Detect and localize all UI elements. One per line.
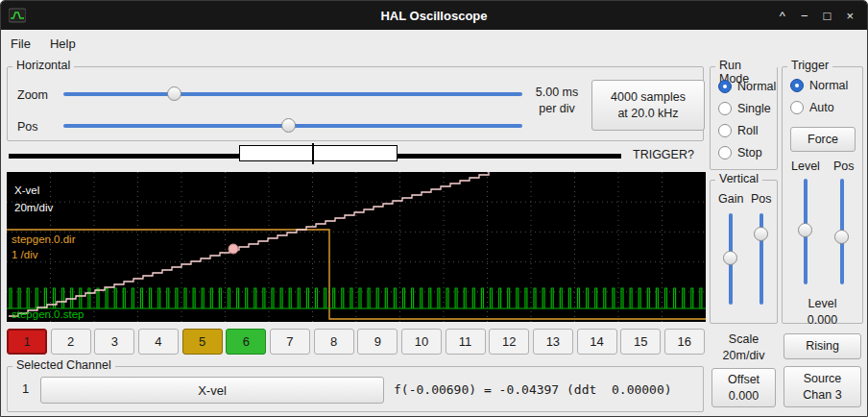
zoom-slider-track[interactable]	[63, 92, 522, 96]
trigger-level-slider-knob[interactable]	[798, 223, 812, 237]
timebase-readout: 5.00 ms per div	[526, 85, 588, 117]
force-button[interactable]: Force	[790, 127, 856, 152]
zoom-slider[interactable]	[63, 86, 522, 102]
channel-8-button[interactable]: 8	[314, 329, 354, 355]
run-mode-stop-radio[interactable]: Stop	[718, 146, 762, 159]
channel-10-button[interactable]: 10	[401, 329, 442, 355]
channel-4-button[interactable]: 4	[138, 329, 179, 355]
horizontal-group: Horizontal Zoom Pos 5.00 ms per div 4000…	[7, 66, 704, 141]
trigger-level-label: Level	[791, 159, 820, 173]
timebase-unit: per div	[526, 101, 588, 117]
selected-channel-number: 1	[22, 381, 29, 396]
radio-label: Stop	[737, 146, 762, 159]
channel-11-button[interactable]: 11	[446, 329, 486, 355]
window-title: HAL Oscilloscope	[1, 9, 867, 23]
radio-icon	[718, 80, 732, 93]
gain-slider[interactable]	[723, 213, 738, 305]
radio-label: Single	[737, 102, 771, 115]
radio-label: Normal	[809, 79, 848, 92]
run-mode-roll-radio[interactable]: Roll	[718, 124, 759, 137]
channel-12-button[interactable]: 12	[489, 329, 529, 355]
trigger-pos-slider[interactable]	[834, 179, 850, 284]
app-icon	[9, 8, 26, 23]
run-mode-single-radio[interactable]: Single	[718, 102, 771, 115]
horizontal-group-label: Horizontal	[12, 59, 74, 72]
channel-15-button[interactable]: 15	[620, 329, 661, 355]
horizontal-pos-slider[interactable]	[63, 118, 522, 134]
trigger-status-label: TRIGGER?	[633, 148, 694, 161]
scale-value: 20m/div	[710, 348, 778, 364]
trigger-position-tick	[312, 143, 314, 164]
view-window-box[interactable]	[239, 145, 398, 161]
channel-13-button[interactable]: 13	[533, 329, 573, 355]
offset-value: 0.000	[729, 388, 759, 405]
channel1-name-label: X-vel	[14, 184, 39, 197]
pos-label: Pos	[17, 120, 38, 134]
radio-label: Normal	[737, 80, 776, 93]
trigger-edge-button[interactable]: Rising	[784, 333, 861, 359]
trigger-level-slider[interactable]	[798, 179, 813, 284]
channel-button-row: 1 2 3 4 5 6 7 8 9 10 11 12 13 14 15 16	[7, 329, 705, 355]
vertical-pos-slider-knob[interactable]	[754, 227, 768, 241]
channel-16-button[interactable]: 16	[664, 329, 705, 355]
trigger-group-label: Trigger	[787, 59, 832, 72]
vertical-pos-slider[interactable]	[754, 213, 769, 305]
offset-button[interactable]: Offset 0.000	[711, 368, 776, 407]
radio-icon	[718, 146, 732, 159]
shade-icon[interactable]: ^	[780, 10, 785, 22]
radio-icon	[718, 102, 732, 115]
menu-help[interactable]: Help	[40, 33, 85, 55]
timebase-value: 5.00 ms	[526, 85, 588, 101]
trigger-pos-slider-knob[interactable]	[834, 230, 849, 244]
radio-icon	[718, 124, 732, 137]
vertical-group: Vertical Gain Pos	[710, 180, 778, 324]
channel-6-button[interactable]: 6	[226, 329, 266, 355]
minimize-icon[interactable]: −	[801, 10, 808, 22]
maximize-icon[interactable]: □	[824, 10, 832, 22]
waveform-canvas	[7, 172, 706, 322]
record-bar: TRIGGER?	[7, 143, 704, 170]
trigger-source-label: Source	[804, 371, 842, 387]
selected-channel-group: Selected Channel 1 X-vel f(-0.00690) = -…	[7, 366, 704, 412]
trigger-edge-label: Rising	[806, 338, 839, 355]
hal-oscilloscope-window: HAL Oscilloscope ^ − □ × File Help Horiz…	[0, 0, 868, 417]
channel-source-button[interactable]: X-vel	[40, 377, 384, 404]
trigger-source-button[interactable]: Source Chan 3	[784, 366, 861, 407]
samples-button[interactable]: 4000 samples at 20.0 kHz	[591, 80, 705, 131]
channel-9-button[interactable]: 9	[357, 329, 398, 355]
menu-file[interactable]: File	[1, 33, 40, 55]
channel-7-button[interactable]: 7	[270, 329, 310, 355]
radio-icon	[790, 79, 804, 92]
trigger-source-value: Chan 3	[803, 387, 841, 404]
zoom-slider-knob[interactable]	[167, 86, 181, 101]
run-mode-group: Run Mode Normal Single Roll Stop	[710, 66, 778, 170]
selected-channel-group-label: Selected Channel	[12, 358, 115, 372]
channel-14-button[interactable]: 14	[577, 329, 617, 355]
channel-value-readout: f(-0.00690) = -0.04397 (ddt 0.00000)	[394, 382, 672, 397]
run-mode-normal-radio[interactable]: Normal	[718, 80, 776, 93]
trigger-level-readout: Level 0.000	[783, 296, 862, 329]
gain-slider-knob[interactable]	[723, 251, 737, 265]
horizontal-pos-slider-knob[interactable]	[281, 118, 296, 133]
channel-1-button[interactable]: 1	[7, 329, 47, 355]
samples-line2: at 20.0 kHz	[617, 106, 678, 122]
radio-icon	[790, 101, 804, 114]
trigger-pos-label: Pos	[833, 159, 855, 173]
trigger-group: Trigger Normal Auto Force Level Pos Leve…	[782, 66, 863, 324]
offset-label: Offset	[728, 372, 760, 388]
force-label: Force	[808, 132, 838, 148]
scope-display: X-vel 20m/div stepgen.0.dir 1 /div stepg…	[7, 172, 706, 322]
gain-label: Gain	[718, 192, 743, 206]
window-controls: ^ − □ ×	[780, 10, 854, 22]
close-icon[interactable]: ×	[846, 10, 854, 22]
channel-3-button[interactable]: 3	[94, 329, 134, 355]
channel-5-button[interactable]: 5	[182, 329, 223, 355]
channel-2-button[interactable]: 2	[51, 329, 91, 355]
trigger-level-value: 0.000	[783, 312, 862, 329]
trigger-auto-radio[interactable]: Auto	[790, 101, 834, 114]
samples-line1: 4000 samples	[611, 89, 686, 106]
channel1-scale-label: 20m/div	[14, 201, 53, 214]
vertical-pos-label: Pos	[751, 192, 772, 206]
trigger-normal-radio[interactable]: Normal	[790, 79, 848, 92]
trigger-level-readout-label: Level	[783, 296, 862, 312]
